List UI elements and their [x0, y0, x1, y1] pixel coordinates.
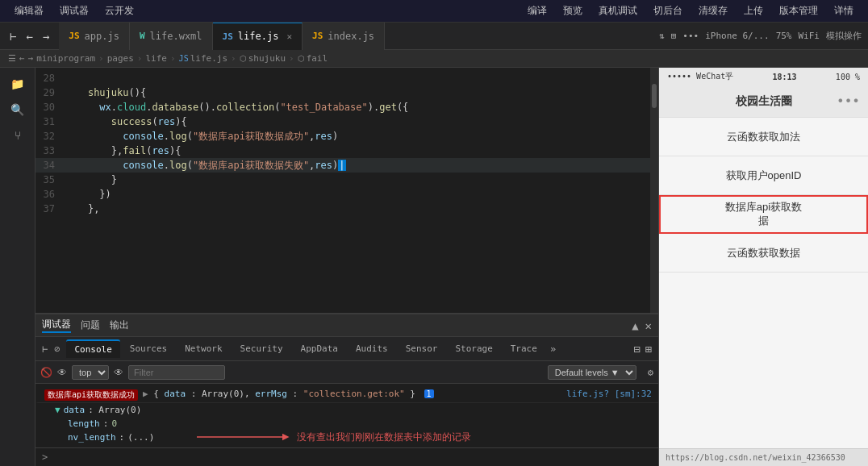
console-input[interactable]: [52, 451, 652, 463]
devtools-stop-icon[interactable]: ⊘: [54, 343, 60, 355]
breadcrumb-life: life: [145, 53, 167, 64]
menu-cloud[interactable]: 云开发: [97, 0, 142, 23]
code-line-36: 36 }): [35, 187, 658, 202]
code-line-35: 35 }: [35, 173, 658, 187]
console-eye2-icon[interactable]: 👁: [114, 367, 123, 378]
menu-editor[interactable]: 编辑器: [6, 0, 52, 23]
zoom-selector[interactable]: 75%: [776, 31, 792, 41]
toolbar-real-test[interactable]: 真机调试: [590, 0, 645, 23]
log-badge: 数据库api获取数据成功: [44, 389, 138, 401]
console-gear-icon[interactable]: ⚙: [648, 367, 653, 378]
tab-bar-right: ⇅ ⊞ ••• iPhone 6/... 75% WiFi 模拟操作: [653, 30, 868, 42]
forward-icon[interactable]: →: [40, 28, 52, 44]
sort-icon[interactable]: ⇅: [659, 31, 665, 41]
tree-tri-proto[interactable]: ▶: [68, 444, 73, 447]
toolbar-clear-cache[interactable]: 清缓存: [691, 0, 736, 23]
tab-lifejs[interactable]: JS life.js ✕: [213, 23, 303, 50]
debugger-tab-main[interactable]: 调试器: [42, 318, 71, 333]
layout-icon[interactable]: ⊞: [671, 31, 677, 41]
phone-url-text: https://blog.csdn.net/weixin_42366530: [666, 453, 845, 462]
breadcrumb-hamburger[interactable]: ☰: [8, 53, 16, 64]
split-editor-icon[interactable]: ⊢: [6, 28, 19, 44]
phone-menu-item-db-api[interactable]: 数据库api获取数据: [659, 195, 868, 234]
phone-app-title: 校园生活圈: [736, 94, 792, 109]
tab-appjs[interactable]: JS app.js: [59, 23, 130, 50]
devtools-tab-security[interactable]: Security: [232, 340, 291, 357]
debugger-tab-issues[interactable]: 问题: [81, 318, 100, 332]
breadcrumb-miniprogram: miniprogram: [36, 53, 95, 64]
console-level-select[interactable]: Default levels ▼: [548, 365, 636, 380]
code-lines: 28 29 shujuku(){ 30 wx.cloud.database().…: [35, 68, 658, 219]
devtools-tab-sources[interactable]: Sources: [122, 340, 175, 357]
menu-debugger[interactable]: 调试器: [52, 0, 97, 23]
sidebar-search-icon[interactable]: 🔍: [7, 100, 27, 119]
phone-menu-item-openid[interactable]: 获取用户openID: [659, 156, 868, 195]
more-icon[interactable]: •••: [682, 31, 699, 41]
sidebar-explorer-icon[interactable]: 📁: [7, 74, 27, 94]
toolbar-version[interactable]: 版本管理: [771, 0, 826, 23]
devtools-tab-console[interactable]: Console: [66, 339, 119, 358]
tab-indexjs[interactable]: JS index.js: [303, 23, 385, 50]
phone-menu-item-cloud-data[interactable]: 云函数获取数据: [659, 234, 868, 273]
console-entry-success: 数据库api获取数据成功 ▶ { data : Array(0), errMsg…: [35, 387, 658, 403]
console-input-line: >: [35, 447, 658, 466]
devtools-more-icon[interactable]: »: [550, 343, 556, 355]
debugger-panel: 调试器 问题 输出 ▲ ✕ ⊢ ⊘ Console Sources Networ…: [35, 313, 658, 466]
sidebar-git-icon[interactable]: ⑂: [11, 126, 24, 145]
console-prohibit-icon[interactable]: 🚫: [40, 367, 52, 378]
devtools-settings-icon[interactable]: ⊞: [645, 343, 652, 356]
code-line-28: 28: [35, 71, 658, 85]
code-line-34: 34 console.log("数据库api获取数据失败",res)|: [35, 158, 658, 173]
tab-appjs-label: app.js: [85, 31, 119, 42]
top-menu-right: 编译 预览 真机调试 切后台 清缓存 上传 版本管理 详情: [520, 0, 862, 23]
breadcrumb-shujuku: ⬡ shujuku: [240, 53, 286, 64]
log-source[interactable]: life.js? [sm]:32: [566, 389, 652, 399]
code-line-31: 31 success(res){: [35, 114, 658, 129]
console-output[interactable]: 数据库api获取数据成功 ▶ { data : Array(0), errMsg…: [35, 384, 658, 447]
wifi-icon[interactable]: WiFi: [799, 31, 820, 41]
simulate-button[interactable]: 模拟操作: [826, 30, 862, 42]
phone-battery: 100 %: [836, 73, 860, 81]
tab-lifewxml[interactable]: W life.wxml: [130, 23, 213, 50]
devtools-dock-icon[interactable]: ⊟: [633, 343, 640, 356]
phone-status-bar: ••••• WeChat乎 18:13 100 %: [659, 68, 868, 85]
console-toolbar: 🚫 👁 top 👁 Default levels ▼ ⚙: [35, 361, 658, 384]
tree-tri-data[interactable]: ▼: [55, 403, 61, 417]
console-prompt: >: [42, 451, 48, 463]
debugger-expand-icon[interactable]: ▲: [632, 319, 638, 332]
devtools-tab-audits[interactable]: Audits: [348, 340, 396, 357]
phone-url-bar: https://blog.csdn.net/weixin_42366530: [659, 448, 868, 466]
toolbar-background[interactable]: 切后台: [645, 0, 691, 23]
devtools-tab-trace[interactable]: Trace: [503, 340, 545, 357]
lifewxml-icon: W: [140, 31, 145, 41]
devtools-tab-network[interactable]: Network: [177, 340, 230, 357]
phone-more-button[interactable]: •••: [837, 94, 860, 109]
devtools-tab-appdata[interactable]: AppData: [293, 340, 346, 357]
debugger-tab-output[interactable]: 输出: [110, 318, 129, 332]
sidebar-strip: 📁 🔍 ⑂: [0, 68, 35, 466]
breadcrumb-back[interactable]: ←: [19, 53, 25, 64]
console-context-select[interactable]: top: [72, 365, 109, 380]
toolbar-upload[interactable]: 上传: [736, 0, 771, 23]
back-icon[interactable]: ←: [23, 28, 35, 44]
tab-lifejs-close[interactable]: ✕: [286, 31, 292, 42]
toolbar-detail[interactable]: 详情: [826, 0, 862, 23]
breadcrumb-lifejs: JS life.js: [179, 53, 227, 64]
devtools-tab-storage[interactable]: Storage: [447, 340, 500, 357]
indexjs-icon: JS: [312, 31, 323, 41]
toolbar-compile[interactable]: 编译: [520, 0, 555, 23]
toolbar-preview[interactable]: 预览: [555, 0, 590, 23]
debugger-close-icon[interactable]: ✕: [645, 319, 652, 332]
devtools-left-icon[interactable]: ⊢: [42, 343, 48, 355]
scrollbar-thumb[interactable]: [652, 84, 657, 108]
code-editor[interactable]: 28 29 shujuku(){ 30 wx.cloud.database().…: [35, 68, 658, 313]
console-eye-icon[interactable]: 👁: [57, 367, 67, 378]
console-filter-input[interactable]: [128, 365, 225, 380]
scrollbar-track[interactable]: [650, 68, 658, 313]
tab-indexjs-label: index.js: [328, 31, 374, 42]
breadcrumb-forward[interactable]: →: [28, 53, 34, 64]
devtools-tab-sensor[interactable]: Sensor: [398, 340, 446, 357]
phone-menu-item-cloud-add[interactable]: 云函数获取加法: [659, 118, 868, 156]
editor-tabs: JS app.js W life.wxml JS life.js ✕ JS in…: [59, 23, 653, 50]
device-selector[interactable]: iPhone 6/...: [705, 31, 769, 41]
